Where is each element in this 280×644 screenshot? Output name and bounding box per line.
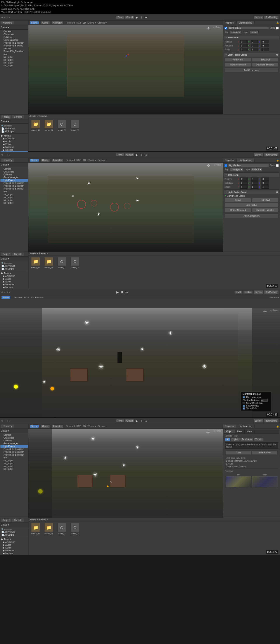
rgb-3[interactable]: RGB — [24, 296, 29, 299]
ptree-materials-4[interactable]: ▶ Materials — [1, 549, 28, 552]
tree-root-2[interactable]: root — [1, 190, 28, 193]
transform-section-1[interactable]: ▼ Transform — [224, 36, 279, 40]
use-lightmaps-checkbox[interactable]: ✓ — [243, 396, 245, 398]
ptree-animation-1[interactable]: ▶ Animation — [1, 137, 28, 140]
layer-val-2[interactable]: Default ▾ — [251, 168, 262, 171]
lock-icon-1[interactable]: 🔒 — [276, 21, 280, 24]
textured-4[interactable]: Textured — [66, 425, 75, 428]
rot-x-1[interactable] — [240, 44, 248, 47]
rot-z-1[interactable] — [261, 44, 269, 47]
project-tab-2[interactable]: Project — [1, 252, 11, 256]
rot-y-2[interactable] — [251, 182, 258, 185]
asset-unity-scene00-1[interactable]: ⬡ scene_00 — [56, 120, 67, 131]
inspector-tab-2[interactable]: Inspector — [223, 158, 237, 162]
tree-item-gamemanager-1[interactable]: GameManager — [1, 38, 28, 42]
show-cells-checkbox[interactable]: ✓ — [243, 408, 245, 410]
object-name-field-1[interactable]: LightProbes — [228, 26, 269, 30]
lpg-section-2[interactable]: ▼ Light Probe Group ⚙ — [224, 190, 279, 194]
asset-f-s00-2[interactable]: 📁 scene_00 — [30, 257, 41, 269]
tree-item-camera-1[interactable]: Camera — [1, 30, 28, 33]
tree-pbm2-4[interactable]: ProjectFile_BoxMesh — [1, 450, 28, 454]
gizmos-label-1[interactable]: Gizmos ▾ — [98, 22, 107, 24]
add-component-btn-1[interactable]: Add Component — [225, 68, 278, 72]
asset-u-s01-4[interactable]: ⬡ scene_01 — [69, 523, 80, 535]
animator-tab-2[interactable]: Animator — [52, 158, 63, 162]
object-tab-4[interactable]: Object — [224, 430, 235, 433]
tree-item-meshes-1[interactable]: Meshes — [1, 47, 28, 50]
lock-icon-2[interactable]: 🔒 — [276, 159, 280, 162]
console-tab-4[interactable]: Console — [12, 518, 24, 522]
ptree-meshes-2[interactable]: ▶ Meshes — [1, 286, 28, 289]
layers-dropdown-2[interactable]: Layers — [253, 153, 263, 156]
asset-f-s01-4[interactable]: 📁 scene_01 — [43, 523, 54, 535]
pivot-toggle-2[interactable]: Pivot — [116, 153, 124, 156]
object-active-checkbox-1[interactable] — [224, 27, 227, 30]
hierarchy-tab-2[interactable]: Hierarchy — [1, 158, 14, 162]
pause-btn-3[interactable]: ⏸ — [120, 290, 124, 294]
ptree-anim-2[interactable]: ▶ Animation — [1, 274, 28, 278]
pos-x-2[interactable] — [240, 178, 248, 181]
asset-u-s00-4[interactable]: ⬡ scene_00 — [56, 523, 67, 535]
tree-colliders-2[interactable]: Colliders — [1, 173, 28, 176]
scale-y-1[interactable] — [251, 48, 258, 51]
ptree-assets-4[interactable]: ▶ Assets — [1, 538, 28, 541]
asset-folder-scene00-1[interactable]: 📁 scene_00 — [30, 120, 41, 131]
anim-tab-4[interactable]: Animator — [52, 424, 63, 428]
pos-x-1[interactable] — [240, 40, 248, 44]
ptree-meshes-1[interactable]: ▶ Meshes — [1, 148, 28, 151]
textured-3[interactable]: Textured — [14, 296, 22, 299]
step-btn-1[interactable]: ⏭ — [144, 15, 148, 20]
pivot-toggle-3[interactable]: Pivot — [234, 290, 242, 294]
tree-camera-2[interactable]: Camera — [1, 168, 28, 170]
ptree-allprefabs-4[interactable]: 📄 All Prefabs — [1, 530, 28, 534]
tree-src1-4[interactable]: src_target — [1, 459, 28, 462]
light-probe-section-1[interactable]: ▼ Light Probe Group ⚙ — [224, 53, 279, 57]
scene-tab-1[interactable]: Scene — [30, 21, 39, 24]
add-component-btn-2[interactable]: Add Component — [225, 214, 278, 218]
ptree-in-moons-1[interactable]: 🔍 In moons — [1, 124, 28, 127]
play-btn-3[interactable]: ▶ — [116, 290, 119, 294]
scene-tab-3[interactable]: Scene — [1, 296, 11, 299]
boxpushing-dropdown-2[interactable]: BoxPushing — [264, 153, 279, 156]
scene-tab-4[interactable]: Scene — [30, 424, 39, 428]
project-tab-1[interactable]: Project — [1, 115, 11, 118]
scale-y-2[interactable] — [251, 185, 258, 189]
ptree-prefab-4[interactable]: ▶ Prefab — [1, 555, 28, 555]
rgb-4[interactable]: RGB — [76, 425, 81, 428]
filter-renderers-btn-4[interactable]: Renderers — [240, 438, 253, 441]
tree-item-characters-1[interactable]: Characters — [1, 33, 28, 36]
filter-terrain-btn-4[interactable]: Terrain — [254, 438, 264, 441]
rgb-2[interactable]: RGB — [76, 159, 81, 162]
tree-item-root-1[interactable]: root — [1, 53, 28, 56]
pivot-toggle-1[interactable]: Pivot — [116, 16, 124, 19]
tree-src2-2[interactable]: src_target — [1, 196, 28, 199]
textured-label-1[interactable]: Textured — [66, 22, 75, 24]
rgb-label-1[interactable]: RGB — [76, 22, 81, 24]
game-tab-2[interactable]: Game — [41, 158, 50, 162]
filter-lights-btn-4[interactable]: Lights — [231, 438, 240, 441]
tree-col-4[interactable]: Colliders — [1, 439, 28, 442]
ptree-materials-1[interactable]: ▶ Materials — [1, 146, 28, 148]
step-btn-4[interactable]: ⏭ — [144, 419, 148, 423]
layers-dropdown-3[interactable]: Layers — [253, 290, 263, 294]
effects-2[interactable]: Effects ▾ — [87, 159, 96, 162]
tree-gm-2[interactable]: GameManager — [1, 176, 28, 179]
lpg-settings-icon-1[interactable]: ⚙ — [276, 54, 278, 56]
ptree-allscripts-2[interactable]: 📄 All Scripts — [1, 267, 28, 270]
asset-u-s01-2[interactable]: ⬡ scene_01 — [69, 257, 80, 269]
obj-name-field-2[interactable]: LightProbes — [228, 164, 269, 167]
tree-item-pbm2-1[interactable]: ProjectFile_BoxMesh — [1, 44, 28, 47]
scene-tab-2[interactable]: Scene — [30, 158, 39, 162]
play-btn-4[interactable]: ▶ — [135, 419, 138, 423]
tree-gm-4[interactable]: GameManager — [1, 442, 28, 445]
delete-selected-btn-1[interactable]: Delete Selected — [225, 62, 251, 67]
lightmapping-tab-4[interactable]: Lightmapping — [237, 424, 254, 428]
maps-tab-4[interactable]: Maps — [245, 430, 254, 433]
rot-y-1[interactable] — [251, 44, 258, 47]
ptree-inmoons-2[interactable]: 🔍 In moons — [1, 262, 28, 264]
layers-dropdown-1[interactable]: Layers — [253, 16, 263, 19]
asset-unity-scene01-1[interactable]: ⬡ scene_01 — [69, 120, 80, 131]
scale-z-1[interactable] — [261, 48, 269, 51]
effects-3[interactable]: Effects ▾ — [35, 296, 44, 299]
ptree-inmoons-4[interactable]: 🔍 In moons — [1, 528, 28, 530]
